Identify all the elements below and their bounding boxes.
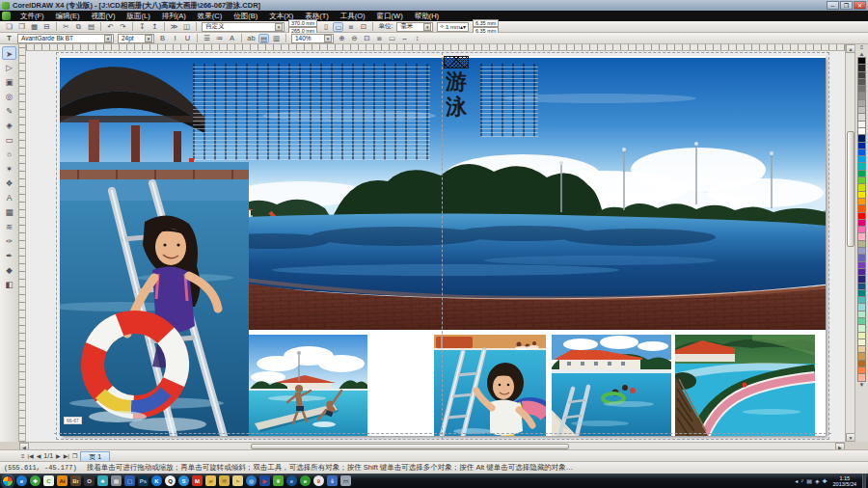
menu-item[interactable]: 视图(V) bbox=[86, 11, 122, 21]
drawing-canvas[interactable]: 游 泳 bbox=[26, 51, 845, 442]
zoom-in-button[interactable]: ⊕ bbox=[337, 34, 347, 43]
bold-button[interactable]: B bbox=[157, 34, 168, 43]
nudge-offset-field[interactable]: ⟡ .1 mm ▴▾ bbox=[437, 22, 469, 32]
zoom-tool[interactable]: ◎ bbox=[2, 90, 16, 103]
import-button[interactable]: ↧ bbox=[137, 22, 148, 32]
menu-item[interactable]: 效果(C) bbox=[192, 11, 228, 21]
taskbar-360-safety[interactable]: ✚ bbox=[30, 475, 41, 486]
menu-item[interactable]: 帮助(H) bbox=[409, 11, 445, 21]
first-page-button[interactable]: |◀ bbox=[28, 452, 34, 459]
vertical-ruler[interactable] bbox=[19, 44, 26, 442]
palette-menu-icon[interactable]: ≡ bbox=[860, 44, 864, 51]
menu-item[interactable]: 排列(A) bbox=[156, 11, 192, 21]
landscape-button[interactable]: ▭ bbox=[333, 22, 343, 32]
menu-item[interactable]: 文件(F) bbox=[14, 11, 50, 21]
tray-network-icon[interactable]: ▤ bbox=[806, 477, 812, 484]
units-combo[interactable]: 毫米▾ bbox=[396, 22, 433, 32]
zoom-all-button[interactable]: ⧈ bbox=[374, 34, 385, 43]
eyedropper-tool[interactable]: ✑ bbox=[2, 234, 16, 248]
fill-tool[interactable]: ◆ bbox=[2, 263, 16, 277]
photo-girl-ladder-ring[interactable] bbox=[434, 335, 546, 436]
page-tab[interactable]: 页 1 bbox=[80, 451, 110, 461]
taskbar-green-bird-app[interactable]: ❦ bbox=[273, 475, 284, 486]
tray-input-method-icon[interactable]: ✚ bbox=[823, 477, 827, 484]
current-page-button[interactable]: ⊡ bbox=[358, 22, 368, 32]
copy-button[interactable]: ⧉ bbox=[73, 22, 84, 32]
taskbar-bridge[interactable]: Br bbox=[70, 475, 81, 486]
blend-tool[interactable]: ≋ bbox=[2, 220, 16, 233]
taskbar-coreldraw[interactable]: C bbox=[43, 475, 54, 486]
vertical-scrollbar[interactable]: ▲ ▼ bbox=[845, 44, 854, 442]
portrait-button[interactable]: ▯ bbox=[320, 22, 331, 32]
zoom-out-button[interactable]: ⊖ bbox=[349, 34, 360, 43]
prev-page-button[interactable]: ◀ bbox=[37, 452, 41, 459]
page-flyout-icon[interactable]: ≡ bbox=[21, 453, 25, 459]
document-spread-page[interactable]: 游 泳 bbox=[60, 56, 826, 436]
taskbar-globe-app[interactable]: ◍ bbox=[246, 475, 257, 486]
maximize-button[interactable]: ❐ bbox=[840, 1, 853, 10]
vertical-text-button[interactable]: ▥ bbox=[271, 34, 282, 43]
taskbar-game-center[interactable]: ♣ bbox=[97, 475, 108, 486]
close-button[interactable]: ✕ bbox=[854, 1, 866, 10]
drop-cap-button[interactable]: A bbox=[227, 34, 237, 43]
zoom-height-button[interactable]: ↕ bbox=[412, 34, 422, 43]
photo-winding-pool[interactable] bbox=[675, 335, 815, 436]
zoom-page-button[interactable]: ▭ bbox=[387, 34, 397, 43]
add-page-button[interactable]: ❒ bbox=[72, 452, 77, 459]
app-launcher-button[interactable]: ≫ bbox=[169, 22, 179, 32]
rectangle-tool[interactable]: ▭ bbox=[2, 133, 16, 147]
zoom-level-combo[interactable]: 140%▾ bbox=[291, 34, 334, 43]
tray-safety-icon[interactable]: ◈ bbox=[815, 477, 820, 484]
taskbar-ie-blue[interactable]: e bbox=[286, 475, 297, 486]
photo-girl-swim-ring[interactable] bbox=[60, 162, 249, 436]
minimize-button[interactable]: ─ bbox=[827, 1, 839, 10]
taskbar-sogou-browser[interactable]: S bbox=[178, 475, 189, 486]
taskbar-kugou-music[interactable]: K bbox=[151, 475, 162, 486]
undo-button[interactable]: ↶ bbox=[105, 22, 116, 32]
taskbar-clock[interactable]: 1:15 2013/5/24 bbox=[830, 475, 859, 487]
vertical-scroll-thumb[interactable] bbox=[847, 131, 854, 247]
outline-pen-tool[interactable]: ✒ bbox=[2, 249, 16, 262]
zoom-selected-button[interactable]: ⊡ bbox=[362, 34, 372, 43]
next-page-button[interactable]: ▶ bbox=[56, 452, 61, 459]
all-pages-button[interactable]: ⧈ bbox=[345, 22, 356, 32]
taskbar-desktop-tool[interactable]: ▭ bbox=[340, 475, 351, 486]
paste-button[interactable]: ▤ bbox=[86, 22, 96, 32]
shape-tool[interactable]: ▷ bbox=[2, 61, 16, 74]
vertical-poem-text[interactable] bbox=[193, 64, 430, 160]
menu-item[interactable]: 编辑(E) bbox=[50, 11, 86, 21]
taskbar-illustrator[interactable]: Ai bbox=[57, 475, 68, 486]
paper-width-field[interactable]: 370.0 mm bbox=[288, 19, 317, 27]
horizontal-text-button[interactable]: ▤ bbox=[258, 34, 269, 43]
taskbar-folder[interactable]: ▰ bbox=[205, 475, 216, 486]
duplicate-x-field[interactable]: 6.35 mm bbox=[473, 19, 499, 27]
edit-text-button[interactable]: ab bbox=[246, 34, 257, 43]
crop-tool[interactable]: ▣ bbox=[2, 75, 16, 89]
palette-color-swatch[interactable] bbox=[857, 373, 866, 381]
ellipse-tool[interactable]: ○ bbox=[2, 148, 16, 161]
bullets-button[interactable]: ≔ bbox=[214, 34, 225, 43]
taskbar-mail-m[interactable]: M bbox=[192, 475, 203, 486]
redo-button[interactable]: ↷ bbox=[118, 22, 128, 32]
tray-hidden-icons-icon[interactable]: ◂ bbox=[795, 477, 798, 484]
taskbar-office-app[interactable]: O bbox=[84, 475, 95, 486]
show-desktop-button[interactable] bbox=[862, 474, 866, 488]
zoom-width-button[interactable]: ↔ bbox=[399, 34, 410, 43]
cut-button[interactable]: ✂ bbox=[61, 22, 71, 32]
pick-tool[interactable]: ➤ bbox=[2, 46, 16, 60]
smart-fill-tool[interactable]: ◈ bbox=[2, 119, 16, 132]
alignment-button[interactable]: ☰ bbox=[202, 34, 212, 43]
save-button[interactable]: ▦ bbox=[29, 22, 40, 32]
font-combo[interactable]: AvantGarde Bk BT▾ bbox=[17, 34, 114, 43]
taskbar-qq[interactable]: Q bbox=[165, 475, 176, 486]
italic-button[interactable]: I bbox=[170, 34, 180, 43]
taskbar-pointer-app[interactable]: ➣ bbox=[232, 475, 243, 486]
last-page-button[interactable]: ▶| bbox=[64, 452, 69, 459]
taskbar-360-search[interactable]: 9 bbox=[313, 475, 324, 486]
menu-item[interactable]: 窗口(W) bbox=[371, 11, 409, 21]
taskbar-ie-browser[interactable]: e bbox=[16, 475, 27, 486]
text-tool[interactable]: A bbox=[2, 191, 16, 204]
start-button[interactable] bbox=[2, 475, 14, 487]
taskbar-download-manager[interactable]: ⇩ bbox=[327, 475, 338, 486]
swimming-title-seal[interactable]: 游 泳 bbox=[436, 56, 476, 127]
